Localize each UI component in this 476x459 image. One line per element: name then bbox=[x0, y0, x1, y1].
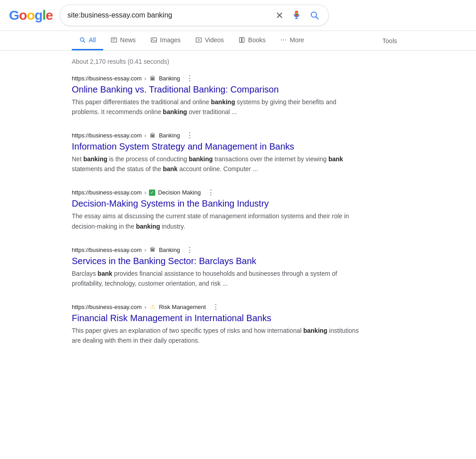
result-category: Banking bbox=[159, 132, 180, 139]
result-menu-button[interactable]: ⋮ bbox=[184, 246, 195, 254]
result-url-line: https://business-essay.com › Risk Manage… bbox=[72, 303, 363, 311]
nav-tabs: All News Images Videos bbox=[0, 31, 476, 51]
tab-images-label: Images bbox=[160, 36, 181, 44]
book-icon bbox=[238, 36, 245, 44]
result-category: Decision Making bbox=[158, 189, 201, 196]
tab-images[interactable]: Images bbox=[143, 31, 188, 50]
warning-favicon-icon bbox=[149, 303, 156, 310]
svg-rect-4 bbox=[296, 13, 298, 13]
search-input[interactable]: site:business-essay.com banking bbox=[67, 11, 270, 19]
tab-all[interactable]: All bbox=[72, 31, 103, 50]
result-category: Risk Management bbox=[159, 304, 206, 310]
results-count: About 2,170 results (0.41 seconds) bbox=[72, 58, 404, 65]
result-snippet: Barclays bank provides financial assista… bbox=[72, 269, 363, 288]
building-favicon-icon bbox=[149, 132, 156, 139]
result-snippet: The essay aims at discussing the current… bbox=[72, 211, 363, 231]
svg-rect-10 bbox=[111, 38, 117, 42]
tab-more[interactable]: More bbox=[273, 31, 311, 50]
result-item: https://business-essay.com › Risk Manage… bbox=[72, 303, 363, 345]
breadcrumb-sep: › bbox=[144, 189, 146, 196]
dots-icon bbox=[280, 36, 287, 44]
newspaper-icon bbox=[110, 36, 118, 44]
search-button[interactable] bbox=[308, 9, 321, 22]
svg-marker-16 bbox=[198, 39, 200, 41]
microphone-icon bbox=[292, 10, 301, 20]
result-menu-button[interactable]: ⋮ bbox=[205, 188, 216, 197]
result-menu-button[interactable]: ⋮ bbox=[184, 131, 195, 140]
svg-rect-17 bbox=[240, 38, 242, 43]
tools-link[interactable]: Tools bbox=[375, 32, 404, 50]
svg-line-9 bbox=[83, 41, 85, 42]
result-url-line: https://business-essay.com › Banking ⋮ bbox=[72, 74, 363, 83]
play-icon bbox=[195, 36, 202, 44]
results-area: About 2,170 results (0.41 seconds) https… bbox=[0, 58, 476, 345]
result-item: https://business-essay.com › Banking ⋮ S… bbox=[72, 246, 363, 288]
svg-point-21 bbox=[281, 40, 282, 40]
result-title[interactable]: Financial Risk Management in Internation… bbox=[72, 312, 363, 324]
result-title[interactable]: Decision-Making Systems in the Banking I… bbox=[72, 198, 363, 209]
clear-button[interactable] bbox=[274, 9, 285, 21]
result-url: https://business-essay.com bbox=[72, 304, 142, 310]
building-favicon-icon bbox=[149, 75, 156, 82]
result-item: https://business-essay.com › ✓ Decision … bbox=[72, 188, 363, 231]
checkbox-favicon-icon: ✓ bbox=[149, 190, 155, 196]
result-item: https://business-essay.com › Banking ⋮ O… bbox=[72, 74, 363, 117]
svg-rect-13 bbox=[151, 38, 157, 42]
result-item: https://business-essay.com › Banking ⋮ I… bbox=[72, 131, 363, 174]
svg-rect-3 bbox=[296, 11, 298, 13]
breadcrumb-sep: › bbox=[144, 132, 146, 139]
result-snippet: Net banking is the process of conducting… bbox=[72, 154, 363, 174]
tab-more-label: More bbox=[290, 36, 304, 44]
result-url-line: https://business-essay.com › ✓ Decision … bbox=[72, 188, 363, 197]
voice-search-button[interactable] bbox=[290, 9, 303, 22]
search-bar-wrapper: site:business-essay.com banking bbox=[60, 4, 329, 26]
svg-rect-18 bbox=[242, 38, 245, 43]
search-bar: site:business-essay.com banking bbox=[60, 4, 329, 26]
search-tab-icon bbox=[79, 36, 86, 44]
svg-point-22 bbox=[283, 40, 284, 40]
result-title[interactable]: Services in the Banking Sector: Barclays… bbox=[72, 255, 363, 267]
tab-books-label: Books bbox=[248, 36, 266, 44]
result-category: Banking bbox=[159, 75, 180, 82]
building-favicon-icon bbox=[149, 246, 156, 253]
image-icon bbox=[150, 36, 157, 44]
result-menu-button[interactable]: ⋮ bbox=[184, 74, 195, 83]
svg-point-23 bbox=[285, 40, 286, 40]
header: Google site:business-essay.com banking bbox=[0, 0, 476, 31]
search-icon bbox=[310, 10, 319, 20]
result-snippet: This paper gives an explanation of two s… bbox=[72, 326, 363, 345]
result-url: https://business-essay.com bbox=[72, 247, 142, 253]
result-url: https://business-essay.com bbox=[72, 132, 142, 139]
tab-news-label: News bbox=[120, 36, 136, 44]
google-logo: Google bbox=[9, 8, 52, 23]
result-menu-button[interactable]: ⋮ bbox=[210, 303, 221, 311]
svg-line-7 bbox=[316, 17, 319, 19]
result-snippet: This paper differentiates the traditiona… bbox=[72, 97, 363, 117]
result-title[interactable]: Online Banking vs. Traditional Banking: … bbox=[72, 84, 363, 95]
breadcrumb-sep: › bbox=[144, 304, 146, 310]
result-url-line: https://business-essay.com › Banking ⋮ bbox=[72, 131, 363, 140]
tab-news[interactable]: News bbox=[103, 31, 143, 50]
result-category: Banking bbox=[159, 247, 180, 253]
svg-rect-5 bbox=[296, 13, 298, 14]
tab-all-label: All bbox=[89, 36, 96, 44]
result-url-line: https://business-essay.com › Banking ⋮ bbox=[72, 246, 363, 254]
breadcrumb-sep: › bbox=[144, 75, 146, 82]
result-title[interactable]: Information System Strategy and Manageme… bbox=[72, 141, 363, 152]
search-icons bbox=[274, 9, 321, 22]
tab-books[interactable]: Books bbox=[231, 31, 273, 50]
tab-videos[interactable]: Videos bbox=[188, 31, 231, 50]
result-url: https://business-essay.com bbox=[72, 189, 142, 196]
tab-videos-label: Videos bbox=[205, 36, 224, 44]
breadcrumb-sep: › bbox=[144, 247, 146, 253]
result-url: https://business-essay.com bbox=[72, 75, 142, 82]
close-icon bbox=[275, 11, 284, 19]
